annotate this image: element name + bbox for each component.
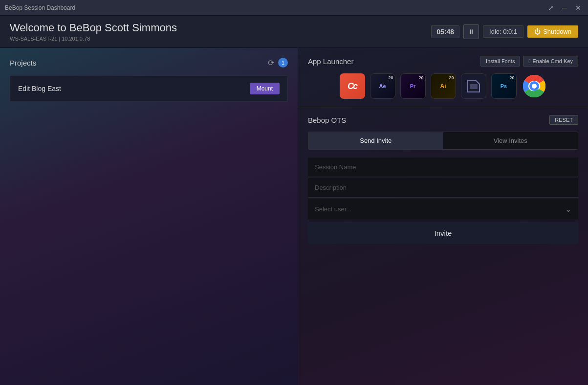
cc-icon-inner: Cc	[348, 81, 357, 91]
ots-title: Bebop OTS	[308, 116, 346, 124]
app-icon-media-encoder[interactable]	[461, 73, 486, 99]
close-button[interactable]: ✕	[573, 3, 583, 13]
ai-badge: 20	[449, 75, 454, 80]
projects-panel-header: Projects ⟳ 1	[10, 58, 288, 68]
app-launcher-actions: Install Fonts  Enable Cmd Key	[480, 56, 578, 67]
chrome-svg	[523, 75, 545, 97]
ots-header: Bebop OTS RESET	[308, 115, 578, 125]
pr-icon-inner: Pr	[410, 83, 416, 89]
right-panel: App Launcher Install Fonts  Enable Cmd …	[298, 48, 588, 385]
pr-badge: 20	[418, 75, 423, 80]
time-display: 05:48	[431, 25, 459, 38]
main-content: Projects ⟳ 1 Edit Blog East Mount App La…	[0, 48, 588, 385]
projects-count-badge: 1	[278, 58, 288, 68]
svg-rect-2	[470, 84, 478, 89]
power-icon: ⏻	[534, 28, 541, 35]
select-user-dropdown[interactable]: Select user... ⌄	[308, 199, 578, 220]
description-input[interactable]	[308, 178, 578, 198]
app-icon-ae[interactable]: 20 Ae	[370, 73, 395, 99]
projects-panel: Projects ⟳ 1 Edit Blog East Mount	[0, 48, 298, 385]
header-right: 05:48 ⏸ Idle: 0:0:1 ⏻ Shutdown	[431, 24, 578, 39]
ots-tabs: Send Invite View Invites	[308, 132, 578, 150]
app-icon-ps[interactable]: 20 Ps	[491, 73, 517, 99]
enable-cmd-button[interactable]:  Enable Cmd Key	[523, 56, 578, 67]
shutdown-label: Shutdown	[543, 28, 571, 35]
minimize-button[interactable]: ─	[560, 3, 569, 13]
ots-form: Select user... ⌄ Invite	[308, 158, 578, 244]
app-launcher-section: App Launcher Install Fonts  Enable Cmd …	[298, 48, 588, 107]
app-icons-row: Cc 20 Ae 20 Pr 20 Ai	[308, 73, 578, 99]
projects-header-right: ⟳ 1	[268, 58, 288, 68]
session-name-input[interactable]	[308, 158, 578, 177]
app-launcher-title: App Launcher	[308, 57, 353, 66]
invite-button[interactable]: Invite	[308, 222, 578, 244]
header: Welcome to BeBop Scott Simmons WS-SALS-E…	[0, 16, 588, 48]
pause-button[interactable]: ⏸	[463, 24, 479, 39]
tab-send-invite[interactable]: Send Invite	[308, 132, 443, 149]
project-item: Edit Blog East Mount	[10, 75, 288, 102]
apple-icon: 	[528, 58, 530, 64]
install-fonts-button[interactable]: Install Fonts	[480, 56, 520, 67]
svg-point-7	[532, 84, 537, 89]
idle-display: Idle: 0:0:1	[483, 25, 523, 38]
mount-button[interactable]: Mount	[250, 83, 280, 94]
titlebar-title: BeBop Session Dashboard	[5, 4, 75, 11]
tab-view-invites[interactable]: View Invites	[443, 132, 578, 149]
ae-badge: 20	[388, 75, 393, 80]
ps-icon-inner: Ps	[501, 83, 507, 89]
app-launcher-header: App Launcher Install Fonts  Enable Cmd …	[308, 56, 578, 67]
app-icon-chrome[interactable]	[522, 73, 547, 99]
bebop-ots-section: Bebop OTS RESET Send Invite View Invites…	[298, 107, 588, 252]
ai-icon-inner: Ai	[440, 83, 446, 90]
expand-button[interactable]: ⤢	[546, 3, 556, 13]
app-icon-ai[interactable]: 20 Ai	[431, 73, 456, 99]
project-name: Edit Blog East	[18, 85, 61, 92]
titlebar: BeBop Session Dashboard ⤢ ─ ✕	[0, 0, 588, 16]
ae-icon-inner: Ae	[379, 83, 386, 89]
app-icon-pr[interactable]: 20 Pr	[400, 73, 426, 99]
select-user-placeholder: Select user...	[315, 205, 351, 213]
header-left: Welcome to BeBop Scott Simmons WS-SALS-E…	[10, 22, 177, 42]
app-icon-cc[interactable]: Cc	[340, 73, 365, 99]
subtitle: WS-SALS-EAST-21 | 10.201.0.78	[10, 36, 177, 42]
shutdown-button[interactable]: ⏻ Shutdown	[527, 25, 578, 38]
welcome-heading: Welcome to BeBop Scott Simmons	[10, 22, 177, 34]
media-encoder-svg	[465, 77, 482, 95]
chevron-down-icon: ⌄	[565, 204, 571, 214]
projects-title: Projects	[10, 59, 36, 67]
reset-button[interactable]: RESET	[549, 115, 578, 125]
ps-badge: 20	[509, 75, 514, 80]
refresh-icon[interactable]: ⟳	[268, 58, 274, 68]
titlebar-controls: ⤢ ─ ✕	[546, 3, 583, 13]
pause-icon: ⏸	[468, 28, 475, 36]
